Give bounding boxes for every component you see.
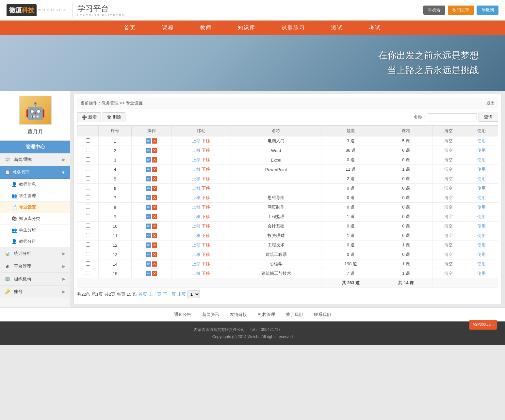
move-down-link[interactable]: 下移	[202, 205, 210, 210]
delete-row-icon[interactable]: ✕	[152, 261, 157, 267]
footer-link-notice[interactable]: 通知公告	[174, 312, 191, 317]
use-link[interactable]: 使用	[477, 271, 486, 276]
use-link[interactable]: 使用	[477, 157, 486, 162]
move-up-link[interactable]: 上移	[192, 157, 201, 162]
move-down-link[interactable]: 下移	[202, 167, 210, 172]
move-up-link[interactable]: 上移	[192, 148, 201, 153]
edit-icon[interactable]: ✏	[146, 233, 151, 238]
use-link[interactable]: 使用	[477, 214, 486, 219]
use-link[interactable]: 使用	[477, 138, 486, 143]
edit-icon[interactable]: ✏	[146, 186, 151, 191]
prev-page-link[interactable]: 上一页	[149, 291, 161, 297]
row-checkbox[interactable]	[86, 148, 90, 152]
clear-link[interactable]: 清空	[444, 224, 453, 228]
sidebar-item-student-group[interactable]: 👥 学生分班	[0, 225, 70, 236]
add-button[interactable]: ➕ 新增	[77, 112, 101, 122]
delete-row-icon[interactable]: ✕	[152, 252, 157, 257]
next-page-link[interactable]: 下一页	[163, 291, 176, 297]
move-up-link[interactable]: 上移	[192, 224, 201, 228]
row-checkbox[interactable]	[86, 252, 90, 256]
edit-icon[interactable]: ✏	[146, 252, 151, 257]
delete-row-icon[interactable]: ✕	[152, 233, 157, 238]
row-checkbox[interactable]	[86, 214, 90, 218]
clear-link[interactable]: 清空	[444, 195, 453, 200]
use-link[interactable]: 使用	[477, 195, 486, 200]
edit-icon[interactable]: ✏	[146, 138, 151, 144]
edit-icon[interactable]: ✏	[146, 157, 151, 163]
move-up-link[interactable]: 上移	[192, 252, 201, 257]
move-down-link[interactable]: 下移	[202, 214, 210, 219]
use-link[interactable]: 使用	[477, 186, 486, 191]
delete-row-icon[interactable]: ✕	[152, 205, 157, 210]
clear-link[interactable]: 清空	[444, 242, 453, 247]
nav-home[interactable]: 首页	[111, 21, 149, 35]
sidebar-item-knowledge-cat[interactable]: 📚 知识库分类	[0, 213, 70, 225]
use-link[interactable]: 使用	[477, 148, 486, 153]
sidebar-item-news[interactable]: 📰新闻/通知 ▶	[0, 153, 70, 166]
sidebar-item-student-mgmt[interactable]: 👥 学生管理	[0, 190, 70, 202]
row-checkbox[interactable]	[86, 186, 90, 190]
row-checkbox[interactable]	[86, 195, 90, 199]
use-link[interactable]: 使用	[477, 233, 486, 238]
edit-icon[interactable]: ✏	[146, 205, 151, 210]
clear-link[interactable]: 清空	[444, 148, 453, 153]
edit-icon[interactable]: ✏	[146, 271, 151, 276]
delete-row-icon[interactable]: ✕	[152, 214, 157, 219]
mobile-button[interactable]: 手机端	[423, 6, 445, 15]
sidebar-item-org[interactable]: 🏢组织机构 ▶	[0, 273, 70, 286]
footer-link-about[interactable]: 关于我们	[286, 312, 303, 317]
footer-link-org[interactable]: 机构管理	[258, 312, 275, 317]
search-input[interactable]	[428, 113, 477, 121]
move-up-link[interactable]: 上移	[192, 176, 201, 181]
move-down-link[interactable]: 下移	[202, 157, 210, 162]
move-up-link[interactable]: 上移	[192, 186, 201, 191]
move-down-link[interactable]: 下移	[202, 176, 210, 181]
footer-link-news[interactable]: 新闻资讯	[202, 312, 219, 317]
move-up-link[interactable]: 上移	[192, 167, 201, 172]
use-link[interactable]: 使用	[477, 224, 486, 228]
move-down-link[interactable]: 下移	[202, 138, 210, 143]
clear-link[interactable]: 清空	[444, 252, 453, 257]
clear-link[interactable]: 清空	[444, 138, 453, 143]
sidebar-item-teacher-group[interactable]: 👤 教师分组	[0, 236, 70, 247]
delete-row-icon[interactable]: ✕	[152, 176, 157, 181]
edit-icon[interactable]: ✏	[146, 148, 151, 153]
delete-row-icon[interactable]: ✕	[152, 148, 157, 153]
move-down-link[interactable]: 下移	[202, 242, 210, 247]
delete-row-icon[interactable]: ✕	[152, 186, 157, 191]
clear-link[interactable]: 清空	[444, 167, 453, 172]
delete-row-icon[interactable]: ✕	[152, 271, 157, 276]
move-down-link[interactable]: 下移	[202, 195, 210, 200]
clear-link[interactable]: 清空	[444, 176, 453, 181]
row-checkbox[interactable]	[86, 233, 90, 237]
nav-test[interactable]: 测试	[318, 21, 356, 35]
delete-row-icon[interactable]: ✕	[152, 242, 157, 248]
row-checkbox[interactable]	[86, 157, 90, 162]
page-select[interactable]: 1 2	[187, 290, 200, 298]
move-down-link[interactable]: 下移	[202, 261, 210, 266]
move-up-link[interactable]: 上移	[192, 261, 201, 266]
move-up-link[interactable]: 上移	[192, 195, 201, 200]
edit-icon[interactable]: ✏	[146, 242, 151, 248]
use-link[interactable]: 使用	[477, 167, 486, 172]
move-up-link[interactable]: 上移	[192, 271, 201, 276]
edit-icon[interactable]: ✏	[146, 176, 151, 181]
nav-courses[interactable]: 课程	[149, 21, 187, 35]
use-link[interactable]: 使用	[477, 242, 486, 247]
sidebar-item-teacher-info[interactable]: 👤 教师信息	[0, 179, 70, 190]
nav-teachers[interactable]: 教师	[187, 21, 225, 35]
edit-icon[interactable]: ✏	[146, 214, 151, 219]
move-down-link[interactable]: 下移	[202, 224, 210, 228]
row-checkbox[interactable]	[86, 176, 90, 180]
clear-link[interactable]: 清空	[444, 214, 453, 219]
logout-button[interactable]: 退出	[486, 100, 495, 106]
row-checkbox[interactable]	[86, 261, 90, 266]
delete-row-icon[interactable]: ✕	[152, 167, 157, 172]
clear-link[interactable]: 清空	[444, 261, 453, 266]
move-up-link[interactable]: 上移	[192, 205, 201, 210]
edit-icon[interactable]: ✏	[146, 167, 151, 172]
row-checkbox[interactable]	[86, 242, 90, 247]
clear-link[interactable]: 清空	[444, 233, 453, 238]
clear-link[interactable]: 清空	[444, 205, 453, 210]
user-button[interactable]: 欧阳志宇	[448, 6, 474, 15]
